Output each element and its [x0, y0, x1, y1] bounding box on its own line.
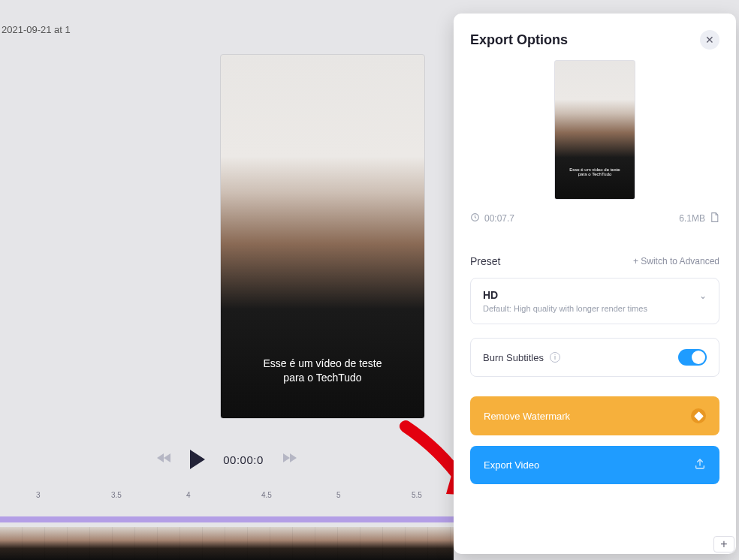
export-filesize: 6.1MB: [679, 213, 705, 224]
info-icon[interactable]: i: [550, 352, 560, 363]
remove-watermark-label: Remove Watermark: [484, 411, 570, 422]
export-duration: 00:07.7: [484, 213, 514, 224]
thumbnail: [338, 527, 360, 560]
forward-button[interactable]: [282, 453, 297, 466]
remove-watermark-button[interactable]: Remove Watermark: [470, 396, 719, 435]
burn-subtitles-toggle[interactable]: [678, 349, 707, 366]
export-video-button[interactable]: Export Video: [470, 446, 719, 484]
close-button[interactable]: ✕: [700, 30, 719, 50]
thumbnail: [23, 527, 45, 560]
thumbnail: [428, 527, 451, 560]
thumbnail: [406, 527, 428, 560]
thumbnail: [158, 527, 180, 560]
playback-controls: 00:00:0: [0, 441, 454, 477]
close-icon: ✕: [705, 34, 714, 46]
video-caption: Esse é um vídeo de teste para o TechTudo: [221, 357, 424, 385]
export-video-label: Export Video: [484, 459, 539, 471]
panel-title: Export Options: [470, 32, 568, 48]
preset-section-label: Preset: [470, 255, 500, 267]
thumbnail: [0, 527, 23, 560]
thumbnail: [113, 527, 135, 560]
switch-advanced-link[interactable]: + Switch to Advanced: [633, 256, 719, 266]
video-preview[interactable]: Esse é um vídeo de teste para o TechTudo: [220, 54, 425, 419]
filename-label: 2021-09-21 at 1: [2, 24, 71, 35]
file-icon: [710, 212, 719, 225]
thumbnail: [225, 527, 248, 560]
mini-caption-line-2: para o TechTudo: [555, 172, 635, 176]
play-button[interactable]: [190, 450, 205, 469]
chevron-down-icon: ⌄: [699, 291, 707, 301]
preset-name: HD: [483, 289, 647, 301]
ruler-tick: 5: [336, 491, 341, 499]
thumbnail: [203, 527, 225, 560]
export-preview-thumbnail: Esse é um video de teste para o TechTudo: [554, 60, 635, 200]
caption-line-1: Esse é um vídeo de teste: [221, 357, 424, 371]
export-meta-row: 00:07.7 6.1MB: [470, 212, 719, 225]
thumbnail: [135, 527, 158, 560]
timeline-ruler: 3 3.5 4 4.5 5 5.5: [0, 489, 454, 507]
ruler-tick: 4.5: [261, 491, 272, 499]
playhead-timecode: 00:00:0: [223, 453, 264, 466]
thumbnail: [68, 527, 90, 560]
ruler-tick: 5.5: [412, 491, 422, 499]
rewind-button[interactable]: [157, 453, 172, 466]
caption-line-2: para o TechTudo: [221, 371, 424, 385]
thumbnail: [248, 527, 270, 560]
ruler-tick: 3.5: [111, 491, 122, 499]
clock-icon: [470, 212, 480, 224]
burn-subtitles-row: Burn Subtitles i: [470, 338, 719, 377]
add-button[interactable]: +: [713, 536, 734, 552]
thumbnail: [90, 527, 113, 560]
export-icon: [694, 458, 706, 472]
export-options-panel: Export Options ✕ Esse é um video de test…: [454, 14, 736, 554]
premium-icon: [691, 408, 706, 423]
thumbnail: [270, 527, 293, 560]
burn-subtitles-label: Burn Subtitles: [483, 352, 544, 363]
ruler-tick: 4: [186, 491, 191, 499]
thumbnail: [315, 527, 338, 560]
timeline-thumbnails[interactable]: [0, 527, 454, 560]
preset-description: Default: High quality with longer render…: [483, 304, 647, 313]
thumbnail: [383, 527, 406, 560]
thumbnail: [293, 527, 315, 560]
thumbnail: [180, 527, 203, 560]
thumbnail: [360, 527, 383, 560]
preset-selector[interactable]: HD Default: High quality with longer ren…: [470, 278, 719, 324]
timeline-track[interactable]: [0, 516, 454, 522]
thumbnail: [45, 527, 68, 560]
ruler-tick: 3: [36, 491, 41, 499]
